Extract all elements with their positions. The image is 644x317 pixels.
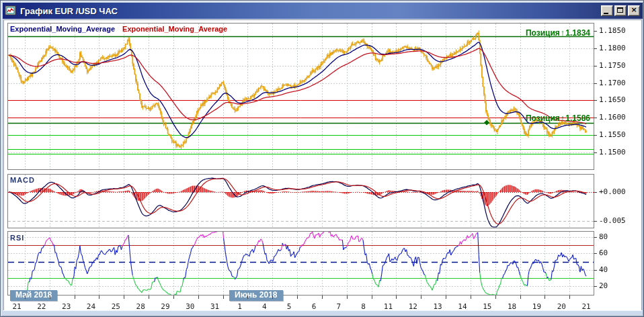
month-badge-may: Май 2018 [10, 290, 57, 301]
position-1-text: Позиция [526, 28, 560, 38]
window-controls: × [601, 5, 640, 16]
title-bar[interactable]: График EUR /USD ЧАС × [3, 3, 643, 19]
rsi-panel-title: RSI [10, 234, 24, 242]
rsi-panel[interactable] [7, 231, 594, 296]
up-arrow-icon: ↑ [561, 113, 565, 123]
price-panel[interactable] [7, 23, 594, 170]
up-arrow-icon: ↑ [561, 28, 565, 38]
legend-ema-fast[interactable]: Exponential_Moving_Average [10, 25, 115, 33]
minimize-button[interactable] [601, 5, 613, 16]
maximize-button[interactable] [614, 5, 627, 16]
window-bottom-frame [3, 310, 643, 314]
chart-app-icon [5, 5, 17, 16]
price-chart-canvas[interactable] [8, 24, 594, 169]
position-label-1: Позиция↑1.1834 [526, 28, 590, 38]
position-2-price: 1.1586 [565, 114, 590, 123]
month-badge-june: Июнь 2018 [229, 290, 283, 301]
app-window: График EUR /USD ЧАС × Exponential_Moving… [0, 0, 644, 317]
position-1-price: 1.1834 [565, 28, 590, 38]
legend-ema-slow[interactable]: Exponential_Moving_Average [122, 25, 227, 33]
close-icon: × [629, 5, 639, 14]
close-button[interactable]: × [628, 5, 640, 16]
maximize-icon [617, 7, 623, 13]
rsi-chart-canvas[interactable] [8, 232, 594, 295]
macd-panel[interactable] [7, 174, 594, 228]
window-title: График EUR /USD ЧАС [20, 6, 118, 16]
position-label-2: Позиция↑1.1586 [526, 113, 590, 123]
minimize-icon [604, 13, 608, 14]
position-2-text: Позиция [526, 114, 560, 123]
macd-panel-title: MACD [10, 176, 35, 184]
indicator-legend: Exponential_Moving_AverageExponential_Mo… [10, 25, 227, 33]
macd-chart-canvas[interactable] [8, 175, 594, 228]
